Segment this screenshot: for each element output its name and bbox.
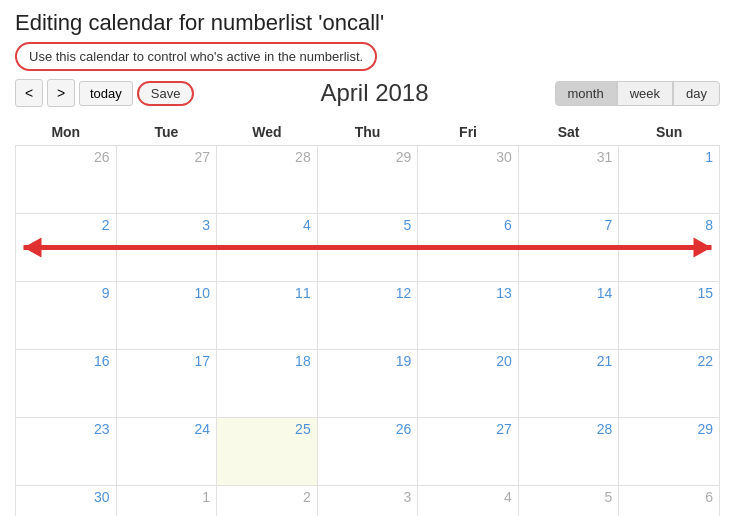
- day-cell[interactable]: 20: [418, 350, 519, 418]
- day-number: 3: [324, 489, 412, 505]
- header-thu: Thu: [317, 119, 418, 146]
- day-cell[interactable]: 4: [418, 486, 519, 517]
- day-cell[interactable]: 12: [317, 282, 418, 350]
- table-row: 30 1 2 3 4 5 6: [16, 486, 720, 517]
- day-cell[interactable]: 18: [217, 350, 318, 418]
- day-number: 13: [424, 285, 512, 301]
- day-cell[interactable]: 9: [16, 282, 117, 350]
- day-view-button[interactable]: day: [673, 81, 720, 106]
- view-buttons: month week day: [555, 81, 720, 106]
- day-number: 5: [525, 489, 613, 505]
- day-number: 29: [625, 421, 713, 437]
- day-cell[interactable]: 8: [619, 214, 720, 282]
- day-number: 11: [223, 285, 311, 301]
- day-number: 23: [22, 421, 110, 437]
- day-number: 29: [324, 149, 412, 165]
- day-number: 4: [424, 489, 512, 505]
- day-number: 9: [22, 285, 110, 301]
- save-button[interactable]: Save: [137, 81, 195, 106]
- day-cell-today[interactable]: 25: [217, 418, 318, 486]
- day-cell[interactable]: 10: [116, 282, 217, 350]
- day-number: 2: [223, 489, 311, 505]
- day-number: 6: [625, 489, 713, 505]
- day-cell[interactable]: 31: [518, 146, 619, 214]
- day-number: 8: [625, 217, 713, 233]
- header-sat: Sat: [518, 119, 619, 146]
- table-row: 16 17 18 19 20 21 22: [16, 350, 720, 418]
- day-cell[interactable]: 6: [418, 214, 519, 282]
- calendar-wrapper: Mon Tue Wed Thu Fri Sat Sun 26 27 28 29 …: [15, 119, 720, 516]
- day-cell[interactable]: 27: [116, 146, 217, 214]
- day-number: 14: [525, 285, 613, 301]
- day-number: 3: [123, 217, 211, 233]
- day-cell[interactable]: 15: [619, 282, 720, 350]
- next-button[interactable]: >: [47, 79, 75, 107]
- table-row: 9 10 11 12 13 14 15: [16, 282, 720, 350]
- day-cell[interactable]: 19: [317, 350, 418, 418]
- day-number: 22: [625, 353, 713, 369]
- toolbar: < > today Save April 2018 month week day: [15, 79, 720, 107]
- day-cell[interactable]: 26: [317, 418, 418, 486]
- day-number: 30: [424, 149, 512, 165]
- day-number: 24: [123, 421, 211, 437]
- day-cell[interactable]: 29: [317, 146, 418, 214]
- day-cell[interactable]: 5: [518, 486, 619, 517]
- day-cell[interactable]: 7: [518, 214, 619, 282]
- day-cell[interactable]: 26: [16, 146, 117, 214]
- day-number: 28: [223, 149, 311, 165]
- day-cell[interactable]: 13: [418, 282, 519, 350]
- day-cell[interactable]: 2: [16, 214, 117, 282]
- header-fri: Fri: [418, 119, 519, 146]
- day-cell[interactable]: 27: [418, 418, 519, 486]
- day-cell[interactable]: 6: [619, 486, 720, 517]
- day-cell[interactable]: 24: [116, 418, 217, 486]
- day-number: 31: [525, 149, 613, 165]
- day-cell[interactable]: 30: [16, 486, 117, 517]
- day-number: 25: [223, 421, 311, 437]
- day-cell[interactable]: 21: [518, 350, 619, 418]
- day-number: 18: [223, 353, 311, 369]
- day-cell[interactable]: 30: [418, 146, 519, 214]
- day-cell[interactable]: 17: [116, 350, 217, 418]
- day-cell[interactable]: 5: [317, 214, 418, 282]
- day-cell[interactable]: 3: [116, 214, 217, 282]
- day-number: 10: [123, 285, 211, 301]
- header-sun: Sun: [619, 119, 720, 146]
- day-cell[interactable]: 2: [217, 486, 318, 517]
- day-number: 5: [324, 217, 412, 233]
- header-tue: Tue: [116, 119, 217, 146]
- page-container: Editing calendar for numberlist 'oncall'…: [0, 0, 735, 516]
- header-mon: Mon: [16, 119, 117, 146]
- day-cell[interactable]: 29: [619, 418, 720, 486]
- month-title: April 2018: [198, 79, 550, 107]
- day-cell[interactable]: 4: [217, 214, 318, 282]
- day-cell[interactable]: 3: [317, 486, 418, 517]
- day-cell[interactable]: 23: [16, 418, 117, 486]
- day-number: 21: [525, 353, 613, 369]
- notice-text: Use this calendar to control who's activ…: [29, 49, 363, 64]
- day-number: 6: [424, 217, 512, 233]
- notice-box: Use this calendar to control who's activ…: [15, 42, 377, 71]
- day-cell[interactable]: 28: [518, 418, 619, 486]
- day-number: 15: [625, 285, 713, 301]
- header-wed: Wed: [217, 119, 318, 146]
- calendar-table: Mon Tue Wed Thu Fri Sat Sun 26 27 28 29 …: [15, 119, 720, 516]
- day-cell[interactable]: 14: [518, 282, 619, 350]
- day-cell[interactable]: 1: [116, 486, 217, 517]
- day-cell[interactable]: 28: [217, 146, 318, 214]
- page-title: Editing calendar for numberlist 'oncall': [15, 10, 720, 36]
- day-number: 1: [625, 149, 713, 165]
- day-number: 30: [22, 489, 110, 505]
- day-cell[interactable]: 22: [619, 350, 720, 418]
- month-view-button[interactable]: month: [555, 81, 617, 106]
- day-cell[interactable]: 1: [619, 146, 720, 214]
- day-cell[interactable]: 11: [217, 282, 318, 350]
- prev-button[interactable]: <: [15, 79, 43, 107]
- day-number: 28: [525, 421, 613, 437]
- day-number: 12: [324, 285, 412, 301]
- day-number: 19: [324, 353, 412, 369]
- week-view-button[interactable]: week: [617, 81, 673, 106]
- day-cell[interactable]: 16: [16, 350, 117, 418]
- day-number: 7: [525, 217, 613, 233]
- today-button[interactable]: today: [79, 81, 133, 106]
